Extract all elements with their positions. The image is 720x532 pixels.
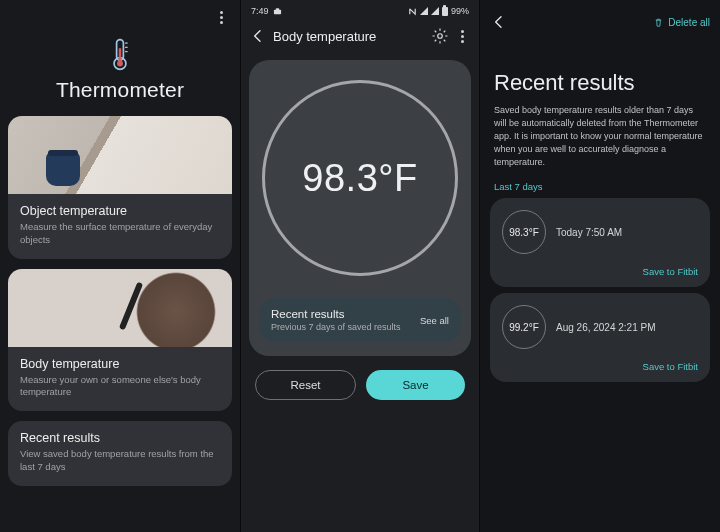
- battery-icon: [442, 7, 448, 16]
- card-body-temperature[interactable]: Body temperature Measure your own or som…: [8, 269, 232, 412]
- back-button[interactable]: [490, 13, 508, 31]
- svg-point-2: [117, 61, 123, 67]
- battery-percent: 99%: [451, 6, 469, 16]
- settings-button[interactable]: [431, 27, 449, 45]
- measurement-panel: 98.3°F Recent results Previous 7 days of…: [249, 60, 471, 356]
- card-object-temperature[interactable]: Object temperature Measure the surface t…: [8, 116, 232, 259]
- result-value: 99.2°F: [502, 305, 546, 349]
- overflow-menu-button[interactable]: [453, 27, 471, 45]
- svg-rect-8: [275, 8, 279, 10]
- delete-all-label: Delete all: [668, 17, 710, 28]
- result-time: Aug 26, 2024 2:21 PM: [556, 322, 656, 333]
- delete-all-button[interactable]: Delete all: [653, 17, 710, 28]
- status-bar: 7:49 99%: [241, 0, 479, 18]
- thermometer-icon: [109, 38, 131, 72]
- wifi-icon: [420, 7, 428, 15]
- temperature-reading: 98.3°F: [302, 157, 417, 200]
- save-to-fitbit-link[interactable]: Save to Fitbit: [502, 266, 698, 277]
- result-value: 98.3°F: [502, 210, 546, 254]
- recent-results-row[interactable]: Recent results Previous 7 days of saved …: [259, 298, 461, 342]
- page-description: Saved body temperature results older tha…: [494, 104, 706, 169]
- card-recent-results[interactable]: Recent results View saved body temperatu…: [8, 421, 232, 486]
- card-image: [8, 269, 232, 347]
- card-image: [8, 116, 232, 194]
- row-title: Recent results: [271, 308, 401, 320]
- home-screen: Thermometer Object temperature Measure t…: [0, 0, 240, 532]
- card-subtitle: Measure your own or someone else's body …: [20, 374, 220, 400]
- save-to-fitbit-link[interactable]: Save to Fitbit: [502, 361, 698, 372]
- screen-title: Body temperature: [273, 29, 431, 44]
- reset-button[interactable]: Reset: [255, 370, 356, 400]
- results-screen: Delete all Recent results Saved body tem…: [480, 0, 720, 532]
- status-time: 7:49: [251, 6, 269, 16]
- app-title: Thermometer: [56, 78, 184, 102]
- range-label: Last 7 days: [494, 181, 706, 192]
- camera-icon: [273, 7, 282, 16]
- card-subtitle: View saved body temperature results from…: [20, 448, 220, 474]
- card-subtitle: Measure the surface temperature of every…: [20, 221, 220, 247]
- svg-rect-7: [273, 9, 280, 14]
- card-title: Body temperature: [20, 357, 220, 371]
- nfc-icon: [408, 7, 417, 16]
- back-button[interactable]: [249, 27, 267, 45]
- app-bar: Body temperature: [241, 18, 479, 54]
- card-title: Recent results: [20, 431, 220, 445]
- signal-icon: [431, 7, 439, 15]
- reading-ring: 98.3°F: [262, 80, 458, 276]
- trash-icon: [653, 17, 664, 28]
- measure-screen: 7:49 99% Body temperature 98.3°F Recent: [240, 0, 480, 532]
- result-card[interactable]: 99.2°F Aug 26, 2024 2:21 PM Save to Fitb…: [490, 293, 710, 382]
- row-subtitle: Previous 7 days of saved results: [271, 322, 401, 332]
- page-title: Recent results: [494, 70, 706, 96]
- overflow-menu-button[interactable]: [212, 8, 230, 26]
- see-all-link[interactable]: See all: [420, 315, 449, 326]
- svg-point-9: [438, 34, 443, 39]
- card-title: Object temperature: [20, 204, 220, 218]
- result-card[interactable]: 98.3°F Today 7:50 AM Save to Fitbit: [490, 198, 710, 287]
- result-time: Today 7:50 AM: [556, 227, 622, 238]
- save-button[interactable]: Save: [366, 370, 465, 400]
